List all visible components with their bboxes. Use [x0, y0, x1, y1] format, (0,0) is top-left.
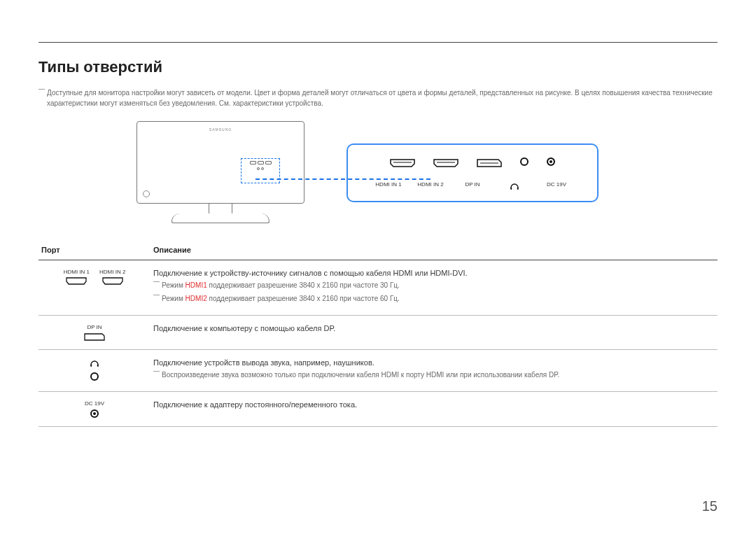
port-cell-hdmi: HDMI IN 1 HDMI IN 2: [41, 269, 148, 285]
port-cell-dp: DP IN: [41, 324, 148, 341]
dc-jack-icon: [547, 157, 555, 166]
monitor-rear-illustration: SAMSUNG: [136, 121, 304, 225]
table-header-desc: Описание: [150, 241, 718, 260]
hdmi2-bold: HDMI2: [186, 295, 207, 302]
figure-row: SAMSUNG: [38, 121, 718, 225]
svg-rect-3: [510, 188, 512, 190]
port-label: HDMI IN 2: [99, 269, 125, 275]
port-label: HDMI IN 1: [368, 181, 410, 192]
callout-leader-line: [255, 178, 430, 180]
horizontal-rule-top: [38, 42, 718, 43]
hdmi-port-icon: [66, 277, 87, 285]
headphone-jack-icon: [90, 372, 99, 381]
headphone-icon: [90, 358, 99, 370]
top-disclaimer-note: Доступные для монитора настройки могут з…: [38, 87, 718, 108]
monitor-neck: [209, 204, 232, 213]
port-cell-headphone: [41, 358, 148, 381]
port-callout-panel: HDMI IN 1 HDMI IN 2 DP IN DC 19V: [346, 143, 598, 202]
page-title: Типы отверстий: [38, 58, 718, 76]
svg-rect-5: [90, 365, 92, 367]
svg-rect-6: [97, 365, 99, 367]
desc-text: Подключение к компьютеру с помощью кабел…: [153, 324, 715, 332]
port-label: HDMI IN 1: [64, 269, 90, 275]
hdmi-port-icon: [433, 157, 458, 166]
ports-table: Порт Описание HDMI IN 1 HDMI IN 2: [38, 241, 718, 427]
note-text: Режим HDMI2 поддерживает разрешение 3840…: [153, 293, 715, 304]
table-row: Подключение устройств вывода звука, напр…: [38, 350, 718, 392]
desc-text: Подключение устройств вывода звука, напр…: [153, 358, 715, 367]
dc-jack-icon: [90, 409, 99, 418]
port-label: DP IN: [451, 181, 493, 192]
desc-text: Подключение к устройству-источнику сигна…: [153, 269, 715, 277]
hdmi-port-icon: [102, 277, 123, 285]
svg-rect-4: [517, 188, 519, 190]
port-label: HDMI IN 2: [410, 181, 451, 192]
power-button-icon: [143, 190, 150, 197]
table-row: DP IN Подключение к компьютеру с помощью…: [38, 316, 718, 350]
table-row: DC 19V Подключение к адаптеру постоянног…: [38, 392, 718, 427]
note-text: Воспроизведение звука возможно только пр…: [153, 370, 715, 380]
port-label: DP IN: [87, 324, 102, 330]
port-cell-dc: DC 19V: [41, 400, 148, 418]
hdmi1-bold: HDMI1: [186, 281, 207, 289]
table-row: HDMI IN 1 HDMI IN 2 Подключение к устрой…: [38, 260, 718, 316]
page-number: 15: [702, 498, 718, 514]
hdmi-port-icon: [390, 157, 415, 166]
note-text: Режим HDMI1 поддерживает разрешение 3840…: [153, 280, 715, 290]
table-header-port: Порт: [38, 241, 150, 260]
desc-text: Подключение к адаптеру постоянного/перем…: [153, 400, 715, 409]
port-label: [493, 181, 536, 192]
samsung-logo: SAMSUNG: [209, 127, 232, 132]
monitor-bezel: SAMSUNG: [136, 121, 304, 204]
monitor-base: [172, 213, 270, 223]
port-label: DC 19V: [85, 400, 104, 407]
dp-port-icon: [84, 333, 105, 341]
port-label: DC 19V: [536, 181, 578, 192]
headphone-jack-icon: [520, 157, 528, 166]
dp-port-icon: [477, 157, 502, 166]
